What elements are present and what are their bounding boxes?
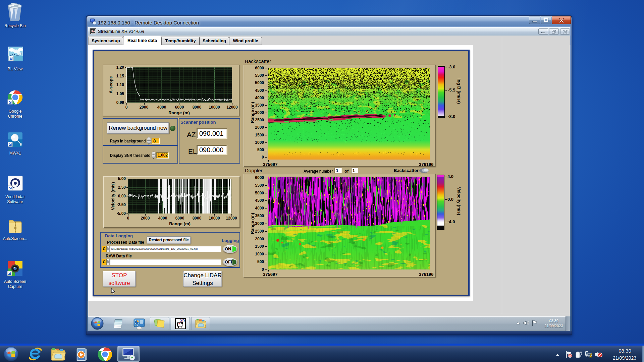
- svg-text:!: !: [590, 355, 591, 357]
